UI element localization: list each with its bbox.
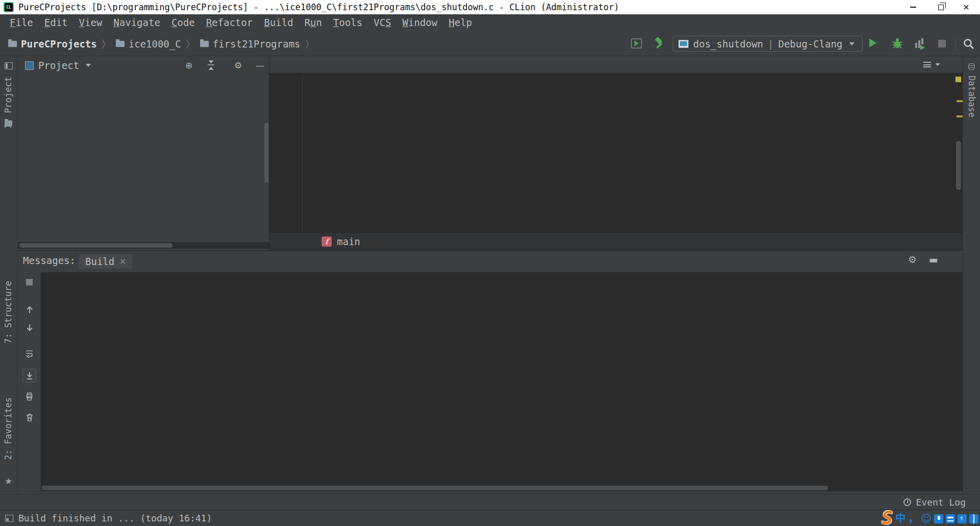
scroll-to-end-icon[interactable] bbox=[22, 369, 36, 382]
folder-icon[interactable] bbox=[5, 121, 12, 126]
sogou-icon[interactable]: S bbox=[881, 510, 893, 525]
ime-language-icon[interactable]: 中 bbox=[895, 511, 905, 525]
menu-code[interactable]: Code bbox=[166, 14, 201, 31]
run-anything-icon[interactable] bbox=[631, 38, 642, 49]
next-message-icon[interactable] bbox=[22, 320, 36, 334]
editor-tabs-menu-icon[interactable] bbox=[923, 62, 931, 67]
editor-scrollbar[interactable] bbox=[956, 141, 961, 190]
stripe-database-button[interactable]: Database bbox=[967, 76, 977, 117]
gear-icon[interactable]: ⚙ bbox=[908, 254, 917, 265]
ime-skin-icon[interactable] bbox=[958, 514, 967, 523]
editor-tabs bbox=[270, 56, 963, 74]
collapse-all-icon[interactable] bbox=[207, 60, 215, 70]
ime-emoji-icon[interactable]: ☺ bbox=[921, 511, 932, 525]
project-tool-window: Project ⊕ ⚙ — bbox=[18, 56, 270, 250]
project-view-title[interactable]: Project bbox=[38, 60, 79, 71]
menu-build[interactable]: Build bbox=[258, 14, 299, 31]
print-icon[interactable] bbox=[22, 390, 36, 403]
run-config-mode: Debug-Clang bbox=[778, 38, 843, 50]
search-everywhere-icon[interactable] bbox=[963, 38, 975, 50]
minimize-button[interactable] bbox=[901, 0, 925, 14]
menu-navigate[interactable]: Navigate bbox=[108, 14, 166, 31]
window-title: PureCProjects [D:\programming\PureCProje… bbox=[18, 2, 619, 12]
console-horizontal-scrollbar[interactable] bbox=[41, 486, 958, 491]
project-tool-icon[interactable] bbox=[5, 62, 13, 69]
menu-run[interactable]: Run bbox=[299, 14, 327, 31]
left-tool-stripe: 1: Project 7: Structure 2: Favorites ★ bbox=[0, 56, 18, 494]
project-tree bbox=[18, 75, 269, 249]
inspection-status-marker[interactable] bbox=[955, 77, 961, 82]
ime-toolbox-icon[interactable] bbox=[969, 514, 978, 523]
soft-wrap-icon[interactable] bbox=[22, 347, 36, 361]
status-bar: Build finished in ... (today 16:41) S 中 … bbox=[0, 510, 980, 526]
editor-area: f main bbox=[270, 56, 963, 250]
microphone-icon[interactable] bbox=[934, 514, 943, 523]
breadcrumb-PureCProjects[interactable]: PureCProjects bbox=[8, 38, 97, 50]
editor-breadcrumb-bar: f main bbox=[270, 232, 963, 250]
close-button[interactable]: ✕ bbox=[954, 0, 978, 14]
menu-window[interactable]: Window bbox=[397, 14, 443, 31]
tree-vertical-scrollbar[interactable] bbox=[264, 123, 268, 183]
messages-tool-window: Messages: Build × ⚙ ▬ bbox=[18, 250, 963, 494]
messages-header: Messages: Build × ⚙ ▬ bbox=[18, 251, 963, 272]
status-message[interactable]: Build finished in ... (today 16:41) bbox=[18, 510, 212, 526]
build-console[interactable] bbox=[41, 272, 963, 491]
debug-button[interactable] bbox=[891, 37, 903, 50]
navigation-bar: PureCProjects〉ice1000_C〉first21Programs〉… bbox=[0, 31, 980, 56]
gear-icon[interactable]: ⚙ bbox=[234, 60, 242, 70]
stripe-favorites-button[interactable]: 2: Favorites bbox=[3, 397, 13, 460]
folder-icon bbox=[8, 41, 17, 47]
stop-icon[interactable] bbox=[22, 275, 36, 289]
clear-all-icon[interactable] bbox=[22, 411, 36, 424]
menu-file[interactable]: File bbox=[4, 14, 39, 31]
minimize-panel-icon[interactable]: ▬ bbox=[929, 254, 938, 265]
right-tool-stripe: Database bbox=[963, 56, 980, 494]
keyboard-icon[interactable] bbox=[946, 514, 955, 523]
locate-file-icon[interactable]: ⊕ bbox=[185, 60, 192, 70]
chevron-down-icon[interactable] bbox=[86, 64, 91, 67]
folder-icon bbox=[200, 41, 209, 47]
chevron-down-icon[interactable] bbox=[935, 63, 940, 66]
event-log-icon bbox=[903, 498, 911, 506]
project-header: Project bbox=[18, 56, 269, 75]
warning-stripe-mark[interactable] bbox=[957, 115, 963, 117]
messages-label: Messages: bbox=[23, 255, 76, 266]
close-icon[interactable]: × bbox=[119, 257, 126, 266]
menu-view[interactable]: View bbox=[74, 14, 108, 31]
event-log-button[interactable]: Event Log bbox=[903, 497, 966, 508]
app-icon bbox=[678, 40, 689, 48]
breadcrumb: PureCProjects〉ice1000_C〉first21Programs〉 bbox=[8, 31, 319, 56]
breadcrumb-chevron-icon: 〉 bbox=[181, 37, 200, 51]
menu-edit[interactable]: Edit bbox=[39, 14, 74, 31]
run-configuration-select[interactable]: dos_shutdown | Debug-Clang bbox=[673, 36, 863, 52]
build-tab[interactable]: Build × bbox=[79, 254, 132, 269]
gutter-separator bbox=[302, 75, 303, 231]
breadcrumb-ice1000_C[interactable]: ice1000_C bbox=[116, 38, 181, 50]
breadcrumb-first21Programs[interactable]: first21Programs bbox=[200, 38, 301, 50]
restore-button[interactable] bbox=[929, 0, 952, 14]
toggle-toolwindows-icon[interactable] bbox=[5, 515, 13, 522]
hide-panel-icon[interactable]: — bbox=[256, 60, 264, 70]
title-bar: CL PureCProjects [D:\programming\PureCPr… bbox=[0, 0, 980, 14]
clion-logo-icon: CL bbox=[4, 2, 14, 12]
menu-help[interactable]: Help bbox=[443, 14, 478, 31]
stripe-structure-button[interactable]: 7: Structure bbox=[3, 281, 13, 344]
menu-vcs[interactable]: VCS bbox=[368, 14, 397, 31]
menu-refactor[interactable]: Refactor bbox=[201, 14, 259, 31]
tree-horizontal-scrollbar[interactable] bbox=[18, 242, 269, 249]
console-toolbar bbox=[18, 272, 41, 491]
run-with-profiler-button[interactable] bbox=[914, 38, 926, 50]
run-button[interactable] bbox=[869, 38, 876, 47]
ime-punctuation-icon[interactable]: ， bbox=[908, 511, 918, 525]
breadcrumb-chevron-icon: 〉 bbox=[97, 37, 116, 51]
database-icon[interactable] bbox=[968, 63, 975, 70]
warning-stripe-mark[interactable] bbox=[957, 100, 963, 102]
menu-bar: FileEditViewNavigateCodeRefactorBuildRun… bbox=[0, 14, 980, 31]
prev-message-icon[interactable] bbox=[22, 303, 36, 317]
stop-button[interactable] bbox=[938, 40, 946, 47]
toolbar-separator bbox=[955, 37, 956, 51]
star-icon[interactable]: ★ bbox=[5, 476, 12, 486]
breadcrumb-function[interactable]: main bbox=[337, 236, 360, 247]
build-hammer-icon[interactable] bbox=[652, 37, 666, 50]
menu-tools[interactable]: Tools bbox=[328, 14, 368, 31]
